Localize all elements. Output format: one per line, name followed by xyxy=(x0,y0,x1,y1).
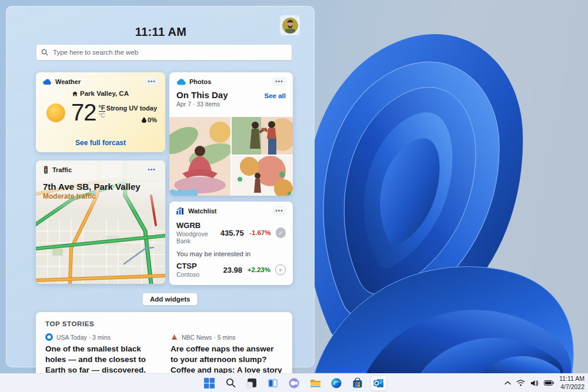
task-view-icon xyxy=(268,378,278,388)
file-explorer-button[interactable] xyxy=(307,376,323,391)
photos-widget[interactable]: Photos ••• On This Day Apr 7 · 33 items … xyxy=(169,72,293,196)
taskbar-search-button[interactable] xyxy=(222,376,239,391)
widgets-panel: 11:11 AM Weather xyxy=(6,6,315,367)
photos-heading: On This Day xyxy=(176,90,228,100)
watchlist-suggestion-label: You may be interested in xyxy=(169,244,293,259)
windows-logo-icon xyxy=(204,378,215,388)
task-view-button[interactable] xyxy=(265,376,281,391)
photo-collage[interactable] xyxy=(169,117,293,196)
news-source-meta: USA Today · 3 mins xyxy=(56,334,111,341)
taskbar: 11:11 AM 4/7/2022 xyxy=(0,373,588,392)
add-widgets-button[interactable]: Add widgets xyxy=(142,293,198,306)
stock-row-wgrb[interactable]: WGRB Woodgrove Bank 435.75 -1.67% ✓ xyxy=(169,218,293,244)
photo-yoga[interactable] xyxy=(169,117,230,196)
top-stories-card[interactable]: TOP STORIES USA Today · 3 mins One of th… xyxy=(36,312,292,374)
weather-temperature: 72 xyxy=(71,99,96,126)
stock-row-ctsp[interactable]: CTSP Contoso 23.98 +2.23% + xyxy=(169,259,293,278)
traffic-heading: 7th Ave SB, Park Valley xyxy=(36,177,165,192)
microsoft-store-icon xyxy=(352,378,363,388)
desktop: 11:11 AM Weather xyxy=(0,0,588,392)
tray-clock[interactable]: 11:11 AM 4/7/2022 xyxy=(559,375,584,390)
top-stories-header: TOP STORIES xyxy=(36,312,292,333)
traffic-widget[interactable]: Traffic ••• 7th Ave SB, Park Valley Mode… xyxy=(36,160,165,284)
battery-icon[interactable] xyxy=(544,380,554,386)
traffic-menu-button[interactable]: ••• xyxy=(144,165,159,175)
user-profile-button[interactable] xyxy=(280,15,300,35)
stock-ticker: WGRB xyxy=(176,221,220,230)
chat-button[interactable] xyxy=(286,376,302,391)
photos-menu-button[interactable]: ••• xyxy=(272,77,287,86)
news-story[interactable]: NBC News · 5 mins Are coffee naps the an… xyxy=(171,333,283,374)
traffic-status: Moderate traffic xyxy=(36,192,165,201)
stock-added-check-icon[interactable]: ✓ xyxy=(276,227,286,238)
stock-ticker: CTSP xyxy=(176,262,222,270)
stock-company: Contoso xyxy=(176,271,222,278)
home-icon xyxy=(72,91,78,96)
weather-title: Weather xyxy=(55,78,81,85)
sun-icon xyxy=(45,102,66,123)
photo-friends[interactable] xyxy=(232,117,293,155)
usa-today-icon xyxy=(45,333,53,341)
news-headline[interactable]: One of the smallest black holes — and th… xyxy=(45,344,158,374)
stock-company: Woodgrove Bank xyxy=(176,230,220,244)
wallpaper-bloom xyxy=(315,0,588,373)
watchlist-menu-button[interactable]: ••• xyxy=(272,206,287,216)
stock-add-plus-icon[interactable]: + xyxy=(275,264,286,275)
chat-icon xyxy=(289,378,299,388)
news-story[interactable]: USA Today · 3 mins One of the smallest b… xyxy=(45,333,158,374)
outlook-icon xyxy=(373,378,384,388)
weather-cloud-icon xyxy=(43,79,52,85)
widgets-icon xyxy=(246,378,257,388)
stocks-icon xyxy=(176,207,185,215)
unit-fahrenheit[interactable]: °F xyxy=(99,104,105,112)
news-source-meta: NBC News · 5 mins xyxy=(182,334,236,341)
stock-price: 23.98 xyxy=(223,266,242,274)
unit-celsius[interactable]: °C xyxy=(99,112,105,119)
news-headline[interactable]: Are coffee naps the answer to your after… xyxy=(171,344,283,374)
droplet-icon xyxy=(142,117,146,123)
weather-forecast-link[interactable]: See full forcast xyxy=(36,139,165,147)
search-input[interactable] xyxy=(53,49,287,56)
traffic-light-icon xyxy=(43,166,49,174)
wifi-icon[interactable] xyxy=(516,380,525,386)
weather-menu-button[interactable]: ••• xyxy=(144,77,159,86)
search-icon xyxy=(226,378,236,388)
traffic-title: Traffic xyxy=(52,166,72,173)
volume-icon[interactable] xyxy=(530,380,539,387)
edge-button[interactable] xyxy=(328,376,345,391)
stock-change: -1.67% xyxy=(244,229,271,236)
edge-icon xyxy=(331,378,342,388)
temperature-unit-toggle[interactable]: °F °C xyxy=(99,104,105,119)
photos-see-all-link[interactable]: See all xyxy=(265,92,286,99)
onedrive-cloud-icon xyxy=(176,79,186,85)
photos-meta: Apr 7 · 33 items xyxy=(176,100,228,108)
photos-title: Photos xyxy=(189,78,211,85)
weather-location-row: Park Valley, CA xyxy=(36,90,165,97)
weather-condition: Strong UV today xyxy=(106,105,157,112)
weather-precipitation: 0% xyxy=(106,116,157,123)
avatar xyxy=(282,18,298,33)
taskbar-widgets-button[interactable] xyxy=(243,376,260,391)
web-search-bar[interactable] xyxy=(36,44,292,61)
microsoft-store-button[interactable] xyxy=(349,376,366,391)
stock-change: +2.23% xyxy=(242,266,270,273)
search-icon xyxy=(41,49,48,56)
tray-chevron-up-icon[interactable] xyxy=(505,381,511,385)
start-button[interactable] xyxy=(201,376,218,391)
watchlist-title: Watchlist xyxy=(188,207,217,215)
tray-date: 4/7/2022 xyxy=(559,383,584,391)
watchlist-widget[interactable]: Watchlist ••• WGRB Woodgrove Bank 435.75… xyxy=(169,202,293,285)
tray-time: 11:11 AM xyxy=(559,375,584,383)
nbc-news-icon xyxy=(171,333,178,341)
file-explorer-icon xyxy=(310,378,321,388)
photo-circles[interactable] xyxy=(232,156,293,196)
weather-location: Park Valley, CA xyxy=(80,90,129,97)
weather-widget[interactable]: Weather ••• Park Valley, CA 72 °F xyxy=(36,72,165,152)
panel-clock: 11:11 AM xyxy=(6,25,315,39)
stock-price: 435.75 xyxy=(220,229,244,237)
outlook-button[interactable] xyxy=(370,376,387,391)
